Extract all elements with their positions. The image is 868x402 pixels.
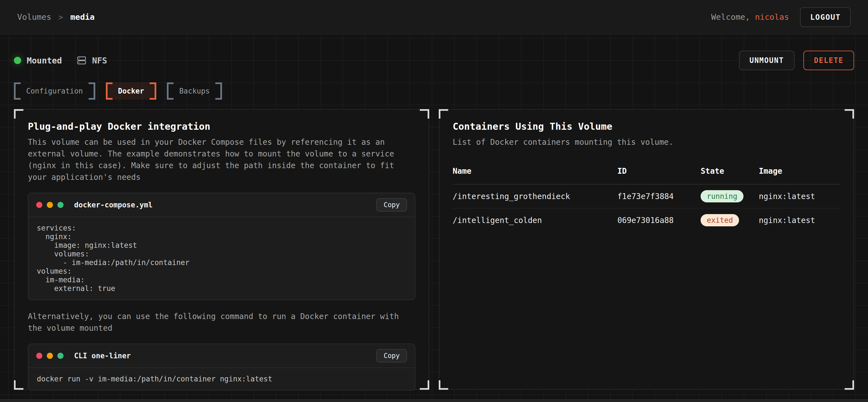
cli-code-block: CLI one-liner Copy docker run -v im-medi… xyxy=(28,343,415,391)
table-row: /intelligent_colden 069e73016a88 exited … xyxy=(453,208,840,232)
compose-filename: docker-compose.yml xyxy=(74,201,153,209)
delete-button[interactable]: DELETE xyxy=(803,51,854,70)
panel-corner xyxy=(14,109,23,119)
table-row: /interesting_grothendieck f1e73e7f3884 r… xyxy=(453,184,840,208)
tab-backups[interactable]: Backups xyxy=(167,82,222,100)
container-image: nginx:latest xyxy=(759,208,840,232)
traffic-lights xyxy=(36,353,63,359)
containers-panel-title: Containers Using This Volume xyxy=(453,121,840,132)
column-header-state: State xyxy=(701,159,759,184)
table-header-row: Name ID State Image xyxy=(453,159,840,184)
container-name: /intelligent_colden xyxy=(453,208,617,232)
mount-status: Mounted xyxy=(14,56,62,65)
tab-docker[interactable]: Docker xyxy=(106,82,157,100)
server-icon xyxy=(77,56,86,65)
status-row: Mounted NFS UNMOUNT DELETE xyxy=(14,51,854,70)
panel-corner xyxy=(845,380,854,390)
panel-corner xyxy=(420,380,429,390)
mounted-dot-icon xyxy=(14,57,21,64)
unmount-button[interactable]: UNMOUNT xyxy=(739,51,795,70)
workspace: Mounted NFS UNMOUNT DELETE Configuration… xyxy=(0,35,868,402)
traffic-red-icon xyxy=(36,202,42,208)
container-id: 069e73016a88 xyxy=(617,208,701,232)
containers-table: Name ID State Image /interesting_grothen… xyxy=(453,159,840,232)
breadcrumb-current-volume: media xyxy=(70,12,94,22)
panel-corner xyxy=(420,109,429,119)
topbar: Volumes > media Welcome, nicolas LOGOUT xyxy=(0,0,868,35)
breadcrumb-volumes-link[interactable]: Volumes xyxy=(17,12,51,22)
driver-status: NFS xyxy=(77,56,107,65)
tab-bar: Configuration Docker Backups xyxy=(14,82,854,100)
panel-corner xyxy=(14,380,23,390)
breadcrumb-separator: > xyxy=(59,13,63,22)
column-header-id: ID xyxy=(617,159,701,184)
cli-code: docker run -v im-media:/path/in/containe… xyxy=(28,368,415,390)
panel-corner xyxy=(845,109,854,119)
footer-edge xyxy=(0,399,868,402)
panel-corner xyxy=(439,380,448,390)
mounted-label: Mounted xyxy=(27,56,62,65)
welcome-text: Welcome, nicolas xyxy=(711,12,789,22)
docker-panel-title: Plug-and-play Docker integration xyxy=(28,121,415,132)
container-image: nginx:latest xyxy=(759,184,840,208)
panel-corner xyxy=(439,109,448,119)
compose-code: services: nginx: image: nginx:latest vol… xyxy=(28,217,415,300)
state-badge: exited xyxy=(701,214,739,226)
traffic-green-icon xyxy=(57,202,63,208)
cli-filename: CLI one-liner xyxy=(74,351,131,360)
containers-panel-subtitle: List of Docker containers mounting this … xyxy=(453,136,840,148)
copy-cli-button[interactable]: Copy xyxy=(376,349,407,363)
driver-label: NFS xyxy=(92,56,107,65)
docker-panel-description: This volume can be used in your Docker C… xyxy=(28,136,415,183)
container-name: /interesting_grothendieck xyxy=(453,184,617,208)
column-header-image: Image xyxy=(759,159,840,184)
column-header-name: Name xyxy=(453,159,617,184)
traffic-amber-icon xyxy=(47,353,53,359)
copy-compose-button[interactable]: Copy xyxy=(376,198,407,211)
traffic-red-icon xyxy=(36,353,42,359)
traffic-lights xyxy=(36,202,63,208)
breadcrumb: Volumes > media xyxy=(17,12,95,22)
compose-code-block: docker-compose.yml Copy services: nginx:… xyxy=(28,193,415,300)
tab-configuration[interactable]: Configuration xyxy=(14,82,95,100)
username: nicolas xyxy=(755,12,789,22)
traffic-green-icon xyxy=(57,353,63,359)
cli-intro-text: Alternatively, you can use the following… xyxy=(28,311,415,334)
docker-integration-panel: Plug-and-play Docker integration This vo… xyxy=(14,109,429,390)
containers-panel: Containers Using This Volume List of Doc… xyxy=(439,109,854,390)
logout-button[interactable]: LOGOUT xyxy=(800,7,851,27)
traffic-amber-icon xyxy=(47,202,53,208)
container-id: f1e73e7f3884 xyxy=(617,184,701,208)
state-badge: running xyxy=(701,190,743,202)
